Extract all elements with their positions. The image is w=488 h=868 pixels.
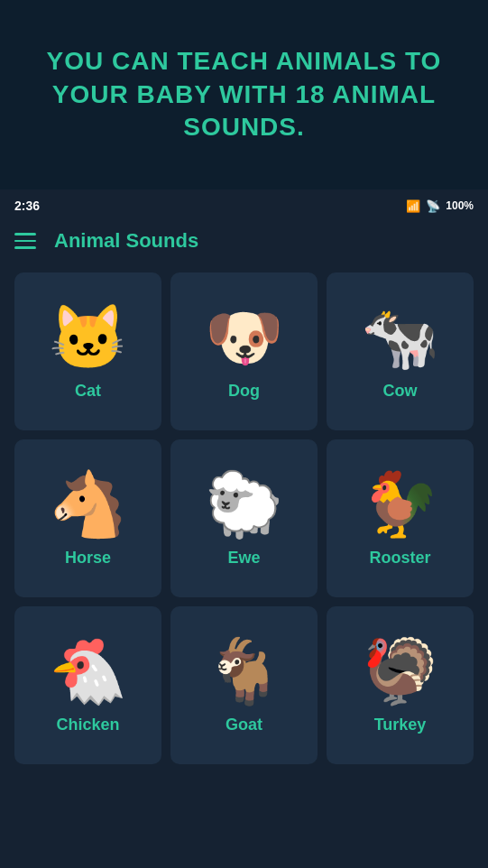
app-title: Animal Sounds <box>54 229 198 253</box>
animal-name-cat: Cat <box>75 382 101 401</box>
promo-banner: YOU CAN TEACH ANIMALS TO YOUR BABY WITH … <box>0 0 488 189</box>
status-icons: 📶 📡 100% <box>406 199 474 213</box>
menu-button[interactable] <box>14 233 36 249</box>
animal-card-horse[interactable]: 🐴Horse <box>14 439 161 597</box>
animal-emoji-ewe: 🐑 <box>205 473 283 536</box>
animal-name-dog: Dog <box>228 382 260 401</box>
animal-emoji-chicken: 🐔 <box>49 640 127 703</box>
animal-card-goat[interactable]: 🐐Goat <box>170 606 318 764</box>
hamburger-line-1 <box>14 233 36 235</box>
animal-card-rooster[interactable]: 🐓Rooster <box>327 439 474 597</box>
status-time: 2:36 <box>14 199 40 213</box>
animal-emoji-dog: 🐶 <box>205 306 283 369</box>
animal-name-ewe: Ewe <box>227 549 260 568</box>
animal-name-turkey: Turkey <box>374 716 427 734</box>
animal-emoji-goat: 🐐 <box>205 640 283 703</box>
promo-text: YOU CAN TEACH ANIMALS TO YOUR BABY WITH … <box>36 45 452 143</box>
animal-name-chicken: Chicken <box>56 716 119 734</box>
animal-card-ewe[interactable]: 🐑Ewe <box>170 439 318 597</box>
animal-name-goat: Goat <box>226 716 262 734</box>
hamburger-line-2 <box>14 240 36 243</box>
animal-card-chicken[interactable]: 🐔Chicken <box>14 606 161 764</box>
animal-emoji-horse: 🐴 <box>49 473 127 536</box>
animal-emoji-cow: 🐄 <box>361 306 439 369</box>
hamburger-line-3 <box>14 246 36 249</box>
animal-card-turkey[interactable]: 🦃Turkey <box>327 606 474 764</box>
animal-card-dog[interactable]: 🐶Dog <box>170 272 318 430</box>
wifi-icon: 📡 <box>426 199 440 213</box>
animal-name-rooster: Rooster <box>369 549 430 568</box>
status-bar: 2:36 📶 📡 100% <box>0 189 488 222</box>
signal-icon: 📶 <box>406 199 420 213</box>
animal-emoji-rooster: 🐓 <box>361 473 439 536</box>
animal-name-cow: Cow <box>383 382 418 401</box>
animal-name-horse: Horse <box>65 549 111 568</box>
battery-percentage: 100% <box>446 199 474 212</box>
animal-emoji-cat: 🐱 <box>49 306 127 369</box>
app-header: Animal Sounds <box>0 222 488 263</box>
animal-grid: 🐱Cat🐶Dog🐄Cow🐴Horse🐑Ewe🐓Rooster🐔Chicken🐐G… <box>0 263 488 773</box>
animal-card-cow[interactable]: 🐄Cow <box>327 272 474 430</box>
animal-emoji-turkey: 🦃 <box>361 640 439 703</box>
animal-card-cat[interactable]: 🐱Cat <box>14 272 161 430</box>
